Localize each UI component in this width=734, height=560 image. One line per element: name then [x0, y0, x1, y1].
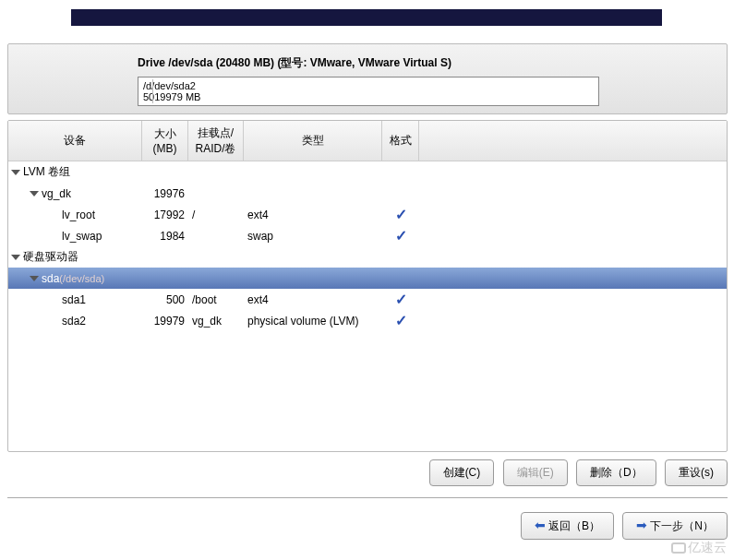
drive-title: Drive /dev/sda (20480 MB) (型号: VMware, V… [138, 55, 597, 71]
edit-button: 编辑(E) [503, 459, 568, 486]
expand-icon[interactable] [11, 170, 20, 175]
row-lv-swap[interactable]: lv_swap 1984 swap ✓ [8, 225, 727, 246]
arrow-right-icon: ➡ [636, 518, 647, 532]
row-vg-dk[interactable]: vg_dk 19976 [8, 183, 727, 204]
drive-box-line2: 5019979 MB [143, 91, 594, 102]
back-button[interactable]: ⬅返回（B） [521, 512, 614, 540]
drive-summary-panel: Drive /dev/sda (20480 MB) (型号: VMware, V… [7, 43, 728, 114]
expand-icon[interactable] [11, 255, 20, 260]
row-sda2[interactable]: sda2 19979 vg_dk physical volume (LVM) ✓ [8, 310, 727, 331]
partition-table: 设备 大小 (MB) 挂载点/ RAID/卷 类型 格式 LVM 卷组 vg_d… [7, 120, 728, 452]
arrow-left-icon: ⬅ [535, 518, 546, 532]
row-sda[interactable]: sda (/dev/sda) [8, 268, 727, 289]
table-header: 设备 大小 (MB) 挂载点/ RAID/卷 类型 格式 [8, 121, 727, 161]
drive-box-line1: /d/dev/sda2 [143, 80, 594, 91]
delete-button[interactable]: 删除（D） [576, 459, 656, 486]
row-sda1[interactable]: sda1 500 /boot ext4 ✓ [8, 289, 727, 310]
action-buttons: 创建(C) 编辑(E) 删除（D） 重设(s) [7, 459, 728, 498]
expand-icon[interactable] [30, 191, 39, 197]
cloud-icon [671, 542, 686, 554]
row-lv-root[interactable]: lv_root 17992 / ext4 ✓ [8, 204, 727, 225]
col-type[interactable]: 类型 [244, 121, 382, 161]
check-icon: ✓ [395, 207, 407, 222]
check-icon: ✓ [395, 292, 407, 307]
watermark: 亿速云 [671, 540, 727, 556]
nav-buttons: ⬅返回（B） ➡下一步（N） [7, 512, 728, 540]
col-format[interactable]: 格式 [382, 121, 419, 161]
col-device[interactable]: 设备 [8, 121, 142, 161]
group-lvm[interactable]: LVM 卷组 [8, 161, 727, 183]
group-hdd[interactable]: 硬盘驱动器 [8, 246, 727, 268]
col-mount[interactable]: 挂载点/ RAID/卷 [188, 121, 244, 161]
create-button[interactable]: 创建(C) [429, 459, 495, 486]
table-body: LVM 卷组 vg_dk 19976 lv_root 17992 / ext4 … [8, 161, 727, 331]
next-button[interactable]: ➡下一步（N） [622, 512, 728, 540]
expand-icon[interactable] [30, 276, 39, 281]
header-bar [71, 9, 662, 26]
check-icon: ✓ [395, 228, 407, 244]
col-size[interactable]: 大小 (MB) [142, 121, 188, 161]
reset-button[interactable]: 重设(s) [665, 459, 728, 486]
drive-partition-box: /d/dev/sda2 5019979 MB [138, 77, 599, 106]
check-icon: ✓ [395, 313, 407, 328]
